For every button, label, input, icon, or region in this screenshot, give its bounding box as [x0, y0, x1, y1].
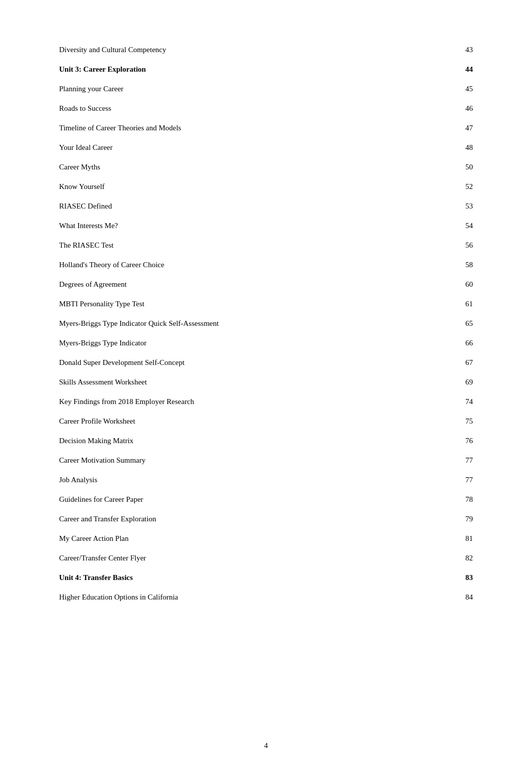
toc-row-skills-assessment: Skills Assessment Worksheet69: [59, 372, 473, 392]
toc-title-career-myths: Career Myths: [59, 157, 390, 177]
toc-row-guidelines-career: Guidelines for Career Paper78: [59, 490, 473, 509]
toc-row-career-profile: Career Profile Worksheet75: [59, 412, 473, 431]
toc-row-mbti: MBTI Personality Type Test61: [59, 294, 473, 314]
toc-title-unit3: Unit 3: Career Exploration: [59, 60, 390, 79]
toc-title-timeline: Timeline of Career Theories and Models: [59, 118, 390, 138]
toc-row-planning: Planning your Career45: [59, 79, 473, 99]
toc-page-timeline: 47: [390, 118, 473, 138]
toc-row-know-yourself: Know Yourself52: [59, 177, 473, 197]
toc-row-hollands-theory: Holland's Theory of Career Choice58: [59, 255, 473, 275]
toc-title-my-career-action: My Career Action Plan: [59, 529, 390, 548]
page: Diversity and Cultural Competency43Unit …: [0, 0, 532, 780]
toc-page-my-career-action: 81: [390, 529, 473, 548]
toc-title-ideal-career: Your Ideal Career: [59, 138, 390, 157]
toc-page-guidelines-career: 78: [390, 490, 473, 509]
toc-row-donald-super: Donald Super Development Self-Concept67: [59, 353, 473, 372]
toc-page-career-profile: 75: [390, 412, 473, 431]
toc-page-planning: 45: [390, 79, 473, 99]
toc-page-myers-briggs-indicator: 66: [390, 333, 473, 353]
toc-row-timeline: Timeline of Career Theories and Models47: [59, 118, 473, 138]
toc-title-diversity: Diversity and Cultural Competency: [59, 40, 390, 60]
toc-row-roads: Roads to Success46: [59, 99, 473, 118]
toc-row-riasec-defined: RIASEC Defined53: [59, 197, 473, 216]
toc-title-decision-making: Decision Making Matrix: [59, 431, 390, 451]
toc-title-hollands-theory: Holland's Theory of Career Choice: [59, 255, 390, 275]
toc-title-skills-assessment: Skills Assessment Worksheet: [59, 372, 390, 392]
toc-page-career-transfer-flyer: 82: [390, 548, 473, 568]
toc-row-career-transfer-flyer: Career/Transfer Center Flyer82: [59, 548, 473, 568]
toc-title-know-yourself: Know Yourself: [59, 177, 390, 197]
toc-row-career-myths: Career Myths50: [59, 157, 473, 177]
toc-table: Diversity and Cultural Competency43Unit …: [59, 40, 473, 607]
toc-row-key-findings: Key Findings from 2018 Employer Research…: [59, 392, 473, 412]
toc-title-career-transfer: Career and Transfer Exploration: [59, 509, 390, 529]
toc-row-career-transfer: Career and Transfer Exploration79: [59, 509, 473, 529]
toc-row-unit3: Unit 3: Career Exploration44: [59, 60, 473, 79]
toc-page-job-analysis: 77: [390, 470, 473, 490]
toc-page-know-yourself: 52: [390, 177, 473, 197]
toc-row-degrees: Degrees of Agreement60: [59, 275, 473, 294]
toc-row-riasec-test: The RIASEC Test56: [59, 236, 473, 255]
toc-page-unit3: 44: [390, 60, 473, 79]
toc-title-guidelines-career: Guidelines for Career Paper: [59, 490, 390, 509]
toc-row-what-interests: What Interests Me?54: [59, 216, 473, 236]
toc-page-myers-briggs-quick: 65: [390, 314, 473, 333]
page-number-footer: 4: [0, 741, 532, 750]
toc-title-job-analysis: Job Analysis: [59, 470, 390, 490]
toc-title-riasec-test: The RIASEC Test: [59, 236, 390, 255]
toc-title-key-findings: Key Findings from 2018 Employer Research: [59, 392, 390, 412]
toc-page-career-motivation: 77: [390, 451, 473, 470]
toc-row-job-analysis: Job Analysis77: [59, 470, 473, 490]
toc-title-riasec-defined: RIASEC Defined: [59, 197, 390, 216]
toc-title-myers-briggs-quick: Myers-Briggs Type Indicator Quick Self-A…: [59, 314, 390, 333]
toc-page-career-myths: 50: [390, 157, 473, 177]
toc-page-diversity: 43: [390, 40, 473, 60]
toc-title-roads: Roads to Success: [59, 99, 390, 118]
toc-row-unit4: Unit 4: Transfer Basics83: [59, 568, 473, 588]
toc-page-donald-super: 67: [390, 353, 473, 372]
toc-title-mbti: MBTI Personality Type Test: [59, 294, 390, 314]
toc-title-career-transfer-flyer: Career/Transfer Center Flyer: [59, 548, 390, 568]
toc-title-myers-briggs-indicator: Myers-Briggs Type Indicator: [59, 333, 390, 353]
toc-title-degrees: Degrees of Agreement: [59, 275, 390, 294]
toc-page-what-interests: 54: [390, 216, 473, 236]
toc-page-career-transfer: 79: [390, 509, 473, 529]
toc-page-roads: 46: [390, 99, 473, 118]
toc-row-higher-ed: Higher Education Options in California84: [59, 588, 473, 607]
toc-page-decision-making: 76: [390, 431, 473, 451]
toc-title-what-interests: What Interests Me?: [59, 216, 390, 236]
toc-row-ideal-career: Your Ideal Career48: [59, 138, 473, 157]
toc-page-riasec-test: 56: [390, 236, 473, 255]
toc-page-degrees: 60: [390, 275, 473, 294]
toc-page-key-findings: 74: [390, 392, 473, 412]
toc-title-career-profile: Career Profile Worksheet: [59, 412, 390, 431]
toc-page-unit4: 83: [390, 568, 473, 588]
toc-row-diversity: Diversity and Cultural Competency43: [59, 40, 473, 60]
toc-row-myers-briggs-indicator: Myers-Briggs Type Indicator66: [59, 333, 473, 353]
toc-title-career-motivation: Career Motivation Summary: [59, 451, 390, 470]
toc-row-my-career-action: My Career Action Plan81: [59, 529, 473, 548]
toc-row-myers-briggs-quick: Myers-Briggs Type Indicator Quick Self-A…: [59, 314, 473, 333]
toc-title-donald-super: Donald Super Development Self-Concept: [59, 353, 390, 372]
toc-page-riasec-defined: 53: [390, 197, 473, 216]
toc-title-planning: Planning your Career: [59, 79, 390, 99]
toc-page-ideal-career: 48: [390, 138, 473, 157]
toc-row-career-motivation: Career Motivation Summary77: [59, 451, 473, 470]
toc-page-skills-assessment: 69: [390, 372, 473, 392]
toc-row-decision-making: Decision Making Matrix76: [59, 431, 473, 451]
toc-page-hollands-theory: 58: [390, 255, 473, 275]
toc-title-higher-ed: Higher Education Options in California: [59, 588, 390, 607]
toc-page-mbti: 61: [390, 294, 473, 314]
toc-title-unit4: Unit 4: Transfer Basics: [59, 568, 390, 588]
page-number: 4: [264, 741, 268, 749]
toc-page-higher-ed: 84: [390, 588, 473, 607]
